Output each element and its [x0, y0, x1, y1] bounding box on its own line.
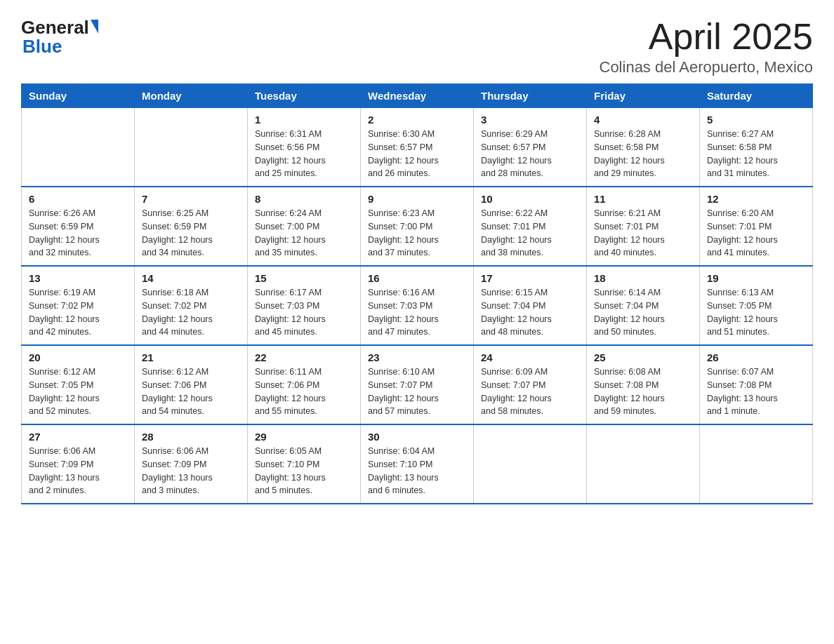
day-info: Sunrise: 6:17 AM Sunset: 7:03 PM Dayligh…: [255, 286, 353, 339]
day-info: Sunrise: 6:12 AM Sunset: 7:05 PM Dayligh…: [29, 365, 127, 418]
day-info: Sunrise: 6:18 AM Sunset: 7:02 PM Dayligh…: [142, 286, 240, 339]
calendar-day-cell: 1Sunrise: 6:31 AM Sunset: 6:56 PM Daylig…: [248, 108, 361, 187]
day-info: Sunrise: 6:20 AM Sunset: 7:01 PM Dayligh…: [707, 207, 805, 260]
day-number: 2: [368, 114, 466, 126]
calendar-day-cell: 17Sunrise: 6:15 AM Sunset: 7:04 PM Dayli…: [474, 266, 587, 345]
calendar-day-cell: 16Sunrise: 6:16 AM Sunset: 7:03 PM Dayli…: [361, 266, 474, 345]
calendar-day-cell: 18Sunrise: 6:14 AM Sunset: 7:04 PM Dayli…: [587, 266, 700, 345]
calendar-day-cell: 15Sunrise: 6:17 AM Sunset: 7:03 PM Dayli…: [248, 266, 361, 345]
calendar-header-row: SundayMondayTuesdayWednesdayThursdayFrid…: [22, 84, 813, 108]
calendar-week-row: 1Sunrise: 6:31 AM Sunset: 6:56 PM Daylig…: [22, 108, 813, 187]
day-info: Sunrise: 6:15 AM Sunset: 7:04 PM Dayligh…: [481, 286, 579, 339]
day-of-week-header: Sunday: [22, 84, 135, 108]
day-number: 15: [255, 272, 353, 284]
day-of-week-header: Wednesday: [361, 84, 474, 108]
day-info: Sunrise: 6:23 AM Sunset: 7:00 PM Dayligh…: [368, 207, 466, 260]
day-number: 26: [707, 351, 805, 363]
calendar-day-cell: 19Sunrise: 6:13 AM Sunset: 7:05 PM Dayli…: [700, 266, 813, 345]
day-number: 21: [142, 351, 240, 363]
calendar-day-cell: [587, 424, 700, 504]
calendar-week-row: 13Sunrise: 6:19 AM Sunset: 7:02 PM Dayli…: [22, 266, 813, 345]
calendar-day-cell: 8Sunrise: 6:24 AM Sunset: 7:00 PM Daylig…: [248, 187, 361, 266]
day-info: Sunrise: 6:27 AM Sunset: 6:58 PM Dayligh…: [707, 128, 805, 180]
logo: General Blue: [21, 17, 98, 58]
day-info: Sunrise: 6:25 AM Sunset: 6:59 PM Dayligh…: [142, 207, 240, 260]
day-info: Sunrise: 6:30 AM Sunset: 6:57 PM Dayligh…: [368, 128, 466, 180]
day-number: 25: [594, 351, 692, 363]
day-info: Sunrise: 6:16 AM Sunset: 7:03 PM Dayligh…: [368, 286, 466, 339]
day-number: 17: [481, 272, 579, 284]
calendar-day-cell: 26Sunrise: 6:07 AM Sunset: 7:08 PM Dayli…: [700, 345, 813, 424]
day-info: Sunrise: 6:13 AM Sunset: 7:05 PM Dayligh…: [707, 286, 805, 339]
day-number: 20: [29, 351, 127, 363]
calendar-day-cell: [135, 108, 248, 187]
logo-arrow-icon: [91, 20, 98, 34]
calendar-week-row: 6Sunrise: 6:26 AM Sunset: 6:59 PM Daylig…: [22, 187, 813, 266]
day-number: 9: [368, 193, 466, 205]
day-info: Sunrise: 6:21 AM Sunset: 7:01 PM Dayligh…: [594, 207, 692, 260]
day-of-week-header: Saturday: [700, 84, 813, 108]
day-number: 3: [481, 114, 579, 126]
title-block: April 2025 Colinas del Aeropuerto, Mexic…: [600, 17, 814, 76]
calendar-table: SundayMondayTuesdayWednesdayThursdayFrid…: [21, 83, 813, 504]
main-title: April 2025: [600, 17, 814, 57]
calendar-day-cell: 3Sunrise: 6:29 AM Sunset: 6:57 PM Daylig…: [474, 108, 587, 187]
day-info: Sunrise: 6:07 AM Sunset: 7:08 PM Dayligh…: [707, 365, 805, 418]
day-number: 16: [368, 272, 466, 284]
day-number: 23: [368, 351, 466, 363]
day-number: 10: [481, 193, 579, 205]
day-info: Sunrise: 6:11 AM Sunset: 7:06 PM Dayligh…: [255, 365, 353, 418]
calendar-day-cell: 24Sunrise: 6:09 AM Sunset: 7:07 PM Dayli…: [474, 345, 587, 424]
day-of-week-header: Thursday: [474, 84, 587, 108]
calendar-day-cell: 25Sunrise: 6:08 AM Sunset: 7:08 PM Dayli…: [587, 345, 700, 424]
day-info: Sunrise: 6:31 AM Sunset: 6:56 PM Dayligh…: [255, 128, 353, 180]
day-number: 13: [29, 272, 127, 284]
subtitle: Colinas del Aeropuerto, Mexico: [600, 58, 814, 76]
calendar-day-cell: 22Sunrise: 6:11 AM Sunset: 7:06 PM Dayli…: [248, 345, 361, 424]
calendar-day-cell: 7Sunrise: 6:25 AM Sunset: 6:59 PM Daylig…: [135, 187, 248, 266]
day-number: 28: [142, 431, 240, 443]
calendar-week-row: 27Sunrise: 6:06 AM Sunset: 7:09 PM Dayli…: [22, 424, 813, 504]
day-number: 14: [142, 272, 240, 284]
calendar-day-cell: 5Sunrise: 6:27 AM Sunset: 6:58 PM Daylig…: [700, 108, 813, 187]
calendar-day-cell: 9Sunrise: 6:23 AM Sunset: 7:00 PM Daylig…: [361, 187, 474, 266]
day-of-week-header: Tuesday: [248, 84, 361, 108]
day-of-week-header: Friday: [587, 84, 700, 108]
day-number: 12: [707, 193, 805, 205]
day-info: Sunrise: 6:08 AM Sunset: 7:08 PM Dayligh…: [594, 365, 692, 418]
day-info: Sunrise: 6:22 AM Sunset: 7:01 PM Dayligh…: [481, 207, 579, 260]
day-info: Sunrise: 6:29 AM Sunset: 6:57 PM Dayligh…: [481, 128, 579, 180]
day-info: Sunrise: 6:26 AM Sunset: 6:59 PM Dayligh…: [29, 207, 127, 260]
day-info: Sunrise: 6:24 AM Sunset: 7:00 PM Dayligh…: [255, 207, 353, 260]
day-number: 11: [594, 193, 692, 205]
page-header: General Blue April 2025 Colinas del Aero…: [21, 17, 813, 76]
day-info: Sunrise: 6:04 AM Sunset: 7:10 PM Dayligh…: [368, 445, 466, 497]
day-info: Sunrise: 6:06 AM Sunset: 7:09 PM Dayligh…: [29, 445, 127, 497]
day-info: Sunrise: 6:19 AM Sunset: 7:02 PM Dayligh…: [29, 286, 127, 339]
calendar-day-cell: 21Sunrise: 6:12 AM Sunset: 7:06 PM Dayli…: [135, 345, 248, 424]
calendar-day-cell: 11Sunrise: 6:21 AM Sunset: 7:01 PM Dayli…: [587, 187, 700, 266]
calendar-day-cell: [474, 424, 587, 504]
day-number: 24: [481, 351, 579, 363]
day-number: 7: [142, 193, 240, 205]
day-number: 29: [255, 431, 353, 443]
day-info: Sunrise: 6:12 AM Sunset: 7:06 PM Dayligh…: [142, 365, 240, 418]
calendar-day-cell: 27Sunrise: 6:06 AM Sunset: 7:09 PM Dayli…: [22, 424, 135, 504]
day-number: 8: [255, 193, 353, 205]
day-number: 6: [29, 193, 127, 205]
day-number: 19: [707, 272, 805, 284]
day-number: 30: [368, 431, 466, 443]
calendar-day-cell: 6Sunrise: 6:26 AM Sunset: 6:59 PM Daylig…: [22, 187, 135, 266]
calendar-day-cell: 29Sunrise: 6:05 AM Sunset: 7:10 PM Dayli…: [248, 424, 361, 504]
day-info: Sunrise: 6:28 AM Sunset: 6:58 PM Dayligh…: [594, 128, 692, 180]
day-info: Sunrise: 6:10 AM Sunset: 7:07 PM Dayligh…: [368, 365, 466, 418]
day-of-week-header: Monday: [135, 84, 248, 108]
calendar-day-cell: 10Sunrise: 6:22 AM Sunset: 7:01 PM Dayli…: [474, 187, 587, 266]
calendar-day-cell: [700, 424, 813, 504]
logo-blue-text: Blue: [21, 36, 62, 58]
calendar-week-row: 20Sunrise: 6:12 AM Sunset: 7:05 PM Dayli…: [22, 345, 813, 424]
day-number: 18: [594, 272, 692, 284]
calendar-day-cell: [22, 108, 135, 187]
calendar-day-cell: 20Sunrise: 6:12 AM Sunset: 7:05 PM Dayli…: [22, 345, 135, 424]
day-number: 1: [255, 114, 353, 126]
